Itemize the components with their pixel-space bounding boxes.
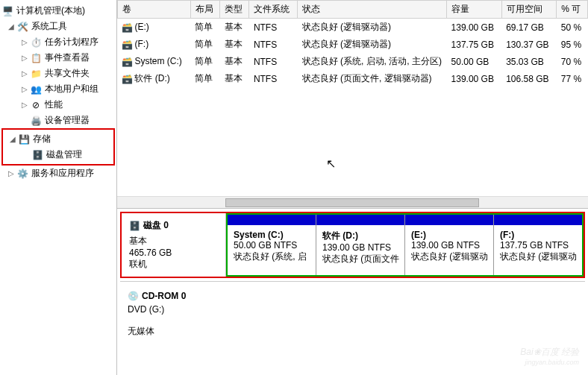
cdrom-title: CD-ROM 0 bbox=[142, 291, 186, 301]
disk-type: 基本 bbox=[129, 235, 218, 248]
tree-event-viewer[interactable]: ▷ 📋 事件查看器 bbox=[1, 50, 115, 66]
table-row[interactable]: 🗃️软件 (D:)简单基本NTFS状态良好 (页面文件, 逻辑驱动器)139.0… bbox=[117, 70, 587, 87]
drive-icon: 🗃️ bbox=[122, 22, 132, 33]
cursor-icon: ↖ bbox=[326, 157, 336, 171]
computer-icon: 🖥️ bbox=[1, 5, 13, 17]
col-type[interactable]: 类型 bbox=[220, 1, 249, 19]
cdrom-sub: DVD (G:) bbox=[128, 304, 217, 315]
share-icon: 📁 bbox=[30, 68, 42, 80]
partition[interactable]: (F:)137.75 GB NTFS状态良好 (逻辑驱动 bbox=[494, 215, 582, 275]
disk-0-row[interactable]: 🗄️磁盘 0 基本 465.76 GB 联机 System (C:)50.00 … bbox=[120, 212, 585, 278]
tree-task-scheduler[interactable]: ▷ ⏱️ 任务计划程序 bbox=[1, 34, 115, 50]
perf-icon: ⊘ bbox=[30, 99, 42, 111]
drive-icon: 🗃️ bbox=[122, 74, 132, 84]
expand-icon[interactable]: ▷ bbox=[21, 85, 28, 93]
storage-icon: 💾 bbox=[18, 133, 30, 145]
tree-label: 事件查看器 bbox=[45, 51, 90, 64]
partition-status: 状态良好 (逻辑驱动 bbox=[500, 250, 576, 263]
partition-bar bbox=[494, 215, 582, 225]
tree-label: 服务和应用程序 bbox=[31, 167, 94, 180]
table-row[interactable]: 🗃️(E:)简单基本NTFS状态良好 (逻辑驱动器)139.00 GB69.17… bbox=[117, 19, 587, 37]
cdrom-status: 无媒体 bbox=[128, 325, 217, 338]
partitions-container: System (C:)50.00 GB NTFS状态良好 (系统, 启软件 (D… bbox=[226, 213, 584, 277]
partition-info: 139.00 GB NTFS bbox=[322, 242, 398, 253]
expand-icon[interactable]: ▷ bbox=[7, 169, 15, 177]
partition[interactable]: System (C:)50.00 GB NTFS状态良好 (系统, 启 bbox=[228, 215, 316, 275]
disk-status: 联机 bbox=[129, 258, 218, 271]
drive-icon: 🗃️ bbox=[122, 40, 132, 50]
tree-device-manager[interactable]: ▷ 🖨️ 设备管理器 bbox=[1, 113, 115, 128]
collapse-icon[interactable]: ◢ bbox=[9, 135, 16, 143]
col-volume[interactable]: 卷 bbox=[117, 1, 190, 19]
col-fs[interactable]: 文件系统 bbox=[249, 1, 298, 19]
tree-disk-management[interactable]: ▷ 🗄️ 磁盘管理 bbox=[3, 147, 113, 163]
volume-table[interactable]: 卷 布局 类型 文件系统 状态 容量 可用空间 % 可 🗃️(E:)简单基本NT… bbox=[117, 0, 588, 87]
tree-label: 设备管理器 bbox=[45, 114, 90, 127]
col-status[interactable]: 状态 bbox=[298, 1, 447, 19]
col-free[interactable]: 可用空间 bbox=[501, 1, 557, 19]
tree-label: 存储 bbox=[33, 133, 51, 145]
partition-info: 137.75 GB NTFS bbox=[500, 240, 576, 250]
disk-graphical-view: 🗄️磁盘 0 基本 465.76 GB 联机 System (C:)50.00 … bbox=[117, 209, 588, 375]
main-content: 卷 布局 类型 文件系统 状态 容量 可用空间 % 可 🗃️(E:)简单基本NT… bbox=[117, 0, 588, 375]
partition[interactable]: 软件 (D:)139.00 GB NTFS状态良好 (页面文件 bbox=[316, 215, 405, 275]
tree-system-tools[interactable]: ◢ 🛠️ 系统工具 bbox=[1, 19, 115, 34]
col-layout[interactable]: 布局 bbox=[190, 1, 219, 19]
partition-status: 状态良好 (系统, 启 bbox=[234, 250, 310, 263]
tree-label: 计算机管理(本地) bbox=[16, 4, 85, 17]
cdrom-header: 💿CD-ROM 0 DVD (G:) 无媒体 bbox=[120, 285, 225, 344]
tree-storage[interactable]: ◢ 💾 存储 bbox=[3, 131, 113, 147]
partition-status: 状态良好 (页面文件 bbox=[322, 253, 398, 265]
expand-icon[interactable]: ▷ bbox=[21, 69, 28, 78]
partition-name: 软件 (D:) bbox=[322, 230, 398, 242]
expand-icon[interactable]: ▷ bbox=[21, 38, 28, 46]
drive-icon: 🗃️ bbox=[122, 57, 132, 67]
partition-name: System (C:) bbox=[234, 230, 310, 240]
highlight-storage: ◢ 💾 存储 ▷ 🗄️ 磁盘管理 bbox=[1, 128, 115, 166]
partition-info: 139.00 GB NTFS bbox=[411, 240, 487, 250]
tree-label: 本地用户和组 bbox=[45, 83, 98, 95]
partition-name: (F:) bbox=[500, 230, 576, 240]
cd-icon: 💿 bbox=[128, 291, 139, 301]
col-pct[interactable]: % 可 bbox=[557, 1, 588, 19]
tree-performance[interactable]: ▷ ⊘ 性能 bbox=[1, 97, 115, 113]
partition-status: 状态良好 (逻辑驱动 bbox=[411, 250, 487, 263]
cdrom-row[interactable]: 💿CD-ROM 0 DVD (G:) 无媒体 bbox=[120, 281, 585, 344]
expand-icon[interactable]: ▷ bbox=[21, 101, 28, 109]
disk-icon: 🗄️ bbox=[31, 149, 43, 161]
users-icon: 👥 bbox=[30, 83, 42, 95]
scheduler-icon: ⏱️ bbox=[30, 37, 42, 48]
scrollbar-thumb[interactable] bbox=[225, 198, 479, 207]
partition-name: (E:) bbox=[411, 230, 487, 240]
disk-title: 磁盘 0 bbox=[143, 219, 169, 232]
expand-icon[interactable]: ▷ bbox=[21, 54, 28, 62]
partition[interactable]: (E:)139.00 GB NTFS状态良好 (逻辑驱动 bbox=[405, 215, 494, 275]
partition-bar bbox=[228, 215, 316, 225]
tree-root[interactable]: 🖥️ 计算机管理(本地) bbox=[1, 3, 115, 19]
tree-label: 任务计划程序 bbox=[45, 36, 98, 48]
tree-label: 磁盘管理 bbox=[46, 148, 82, 161]
col-capacity[interactable]: 容量 bbox=[447, 1, 502, 19]
volume-list: 卷 布局 类型 文件系统 状态 容量 可用空间 % 可 🗃️(E:)简单基本NT… bbox=[117, 0, 588, 209]
tree-label: 共享文件夹 bbox=[45, 67, 90, 80]
partition-info: 50.00 GB NTFS bbox=[234, 240, 310, 250]
nav-tree: 🖥️ 计算机管理(本地) ◢ 🛠️ 系统工具 ▷ ⏱️ 任务计划程序 ▷ 📋 事… bbox=[0, 0, 117, 375]
tree-services[interactable]: ▷ ⚙️ 服务和应用程序 bbox=[1, 166, 115, 181]
device-icon: 🖨️ bbox=[30, 115, 42, 127]
tree-shared-folders[interactable]: ▷ 📁 共享文件夹 bbox=[1, 66, 115, 81]
partition-bar bbox=[316, 215, 404, 225]
tree-local-users[interactable]: ▷ 👥 本地用户和组 bbox=[1, 81, 115, 97]
horizontal-scrollbar[interactable] bbox=[117, 196, 588, 208]
partition-bar bbox=[405, 215, 493, 225]
services-icon: ⚙️ bbox=[16, 168, 28, 180]
disk-icon: 🗄️ bbox=[129, 221, 140, 231]
collapse-icon[interactable]: ◢ bbox=[7, 22, 15, 31]
table-row[interactable]: 🗃️System (C:)简单基本NTFS状态良好 (系统, 启动, 活动, 主… bbox=[117, 53, 587, 70]
tree-label: 性能 bbox=[45, 98, 63, 111]
tools-icon: 🛠️ bbox=[16, 21, 28, 33]
disk-size: 465.76 GB bbox=[129, 248, 218, 258]
table-row[interactable]: 🗃️(F:)简单基本NTFS状态良好 (逻辑驱动器)137.75 GB130.3… bbox=[117, 36, 587, 53]
event-icon: 📋 bbox=[30, 52, 42, 64]
disk-0-header: 🗄️磁盘 0 基本 465.76 GB 联机 bbox=[122, 213, 226, 277]
tree-label: 系统工具 bbox=[31, 20, 67, 33]
